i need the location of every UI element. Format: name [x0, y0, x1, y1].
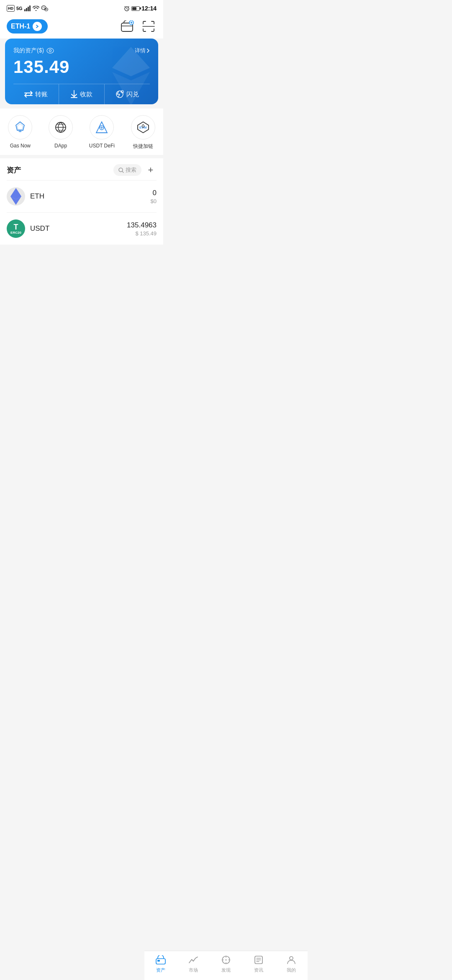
svg-point-8	[45, 9, 46, 10]
svg-point-14	[49, 50, 51, 52]
signal-5g: 5G	[16, 6, 23, 11]
quick-chain-label: 快捷加链	[133, 143, 153, 150]
quick-item-gas-now[interactable]: Gas Now	[8, 115, 32, 150]
gas-now-icon	[14, 121, 26, 134]
quick-item-dapp[interactable]: DApp	[49, 115, 73, 150]
wallet-add-button[interactable]	[120, 18, 136, 34]
svg-marker-16	[112, 72, 150, 104]
wifi-icon	[33, 6, 39, 11]
status-bar: HD 5G	[0, 0, 163, 15]
usdt-defi-label: USDT DeFi	[89, 143, 115, 149]
quick-item-quick-chain[interactable]: EVM 快捷加链	[131, 115, 155, 150]
search-icon	[118, 168, 124, 173]
alarm-icon	[124, 5, 130, 11]
usdt-amount: 135.4963	[127, 221, 157, 230]
status-right: 12:14	[124, 5, 157, 12]
quick-chain-icon: EVM	[137, 121, 149, 134]
token-row-usdt[interactable]: T ERC20 USDT 135.4963 $ 135.49	[7, 213, 157, 245]
network-label: ETH-1	[11, 23, 30, 30]
nav-icons	[120, 18, 157, 34]
receive-label: 收款	[80, 90, 92, 98]
gas-now-label: Gas Now	[10, 143, 31, 149]
clock-time: 12:14	[141, 5, 157, 12]
svg-point-5	[42, 8, 43, 8]
svg-point-6	[44, 8, 45, 8]
token-row-eth[interactable]: ETH 0 $0	[7, 181, 157, 212]
add-token-button[interactable]: +	[145, 164, 157, 176]
usdt-erc20-label: ERC20	[10, 231, 21, 235]
svg-rect-0	[24, 9, 26, 11]
svg-rect-2	[28, 7, 29, 11]
network-arrow-icon[interactable]	[33, 22, 42, 31]
svg-point-13	[47, 48, 54, 53]
quick-chain-icon-wrap: EVM	[131, 115, 155, 139]
battery-indicator	[131, 6, 140, 11]
assets-title: 资产	[7, 165, 21, 175]
search-placeholder: 搜索	[126, 166, 136, 174]
eye-icon[interactable]	[46, 48, 54, 54]
usdt-usd: $ 135.49	[127, 230, 157, 237]
receive-button[interactable]: 收款	[59, 84, 104, 104]
assets-header: 资产 搜索 +	[7, 158, 157, 180]
usdt-token-icon: T ERC20	[7, 219, 25, 238]
signal-bars-icon	[24, 5, 31, 11]
network-badge[interactable]: ETH-1	[7, 19, 48, 34]
svg-marker-20	[17, 124, 23, 129]
transfer-icon	[24, 91, 33, 98]
eth-token-icon	[7, 187, 25, 206]
eth-usd: $0	[151, 198, 157, 204]
top-nav: ETH-1	[0, 15, 163, 39]
usdt-token-balance: 135.4963 $ 135.49	[127, 221, 157, 237]
svg-rect-1	[26, 8, 27, 11]
dapp-label: DApp	[54, 143, 67, 149]
eth-amount: 0	[151, 189, 157, 197]
eth-token-balance: 0 $0	[151, 189, 157, 204]
quick-access-row: Gas Now DApp USDT DeFi EVM	[0, 108, 163, 155]
dapp-icon-wrap	[49, 115, 73, 139]
svg-point-9	[46, 9, 47, 10]
svg-marker-15	[112, 47, 150, 76]
usdt-defi-icon-wrap	[90, 115, 114, 139]
my-asset-text: 我的资产($)	[13, 47, 44, 54]
gas-now-icon-wrap	[8, 115, 32, 139]
usdt-defi-icon	[95, 121, 108, 134]
asset-card: 我的资产($) 详情 135.49 转账	[5, 39, 158, 104]
search-box[interactable]: 搜索	[113, 164, 141, 176]
assets-section: 资产 搜索 + ETH 0 $0	[0, 158, 163, 245]
quick-item-usdt-defi[interactable]: USDT DeFi	[89, 115, 115, 150]
scan-button[interactable]	[141, 18, 157, 34]
asset-label: 我的资产($)	[13, 47, 54, 54]
transfer-label: 转账	[35, 90, 48, 98]
svg-rect-3	[29, 5, 31, 11]
dapp-icon	[54, 121, 67, 134]
assets-right: 搜索 +	[113, 164, 157, 176]
receive-icon	[71, 90, 77, 98]
transfer-button[interactable]: 转账	[13, 84, 59, 104]
usdt-t-letter: T	[14, 223, 18, 231]
wechat-icon	[41, 5, 49, 11]
eth-watermark	[112, 47, 150, 104]
hd-badge: HD	[7, 5, 15, 12]
status-left: HD 5G	[7, 5, 49, 12]
eth-token-name: ETH	[30, 192, 151, 201]
usdt-token-name: USDT	[30, 224, 127, 233]
